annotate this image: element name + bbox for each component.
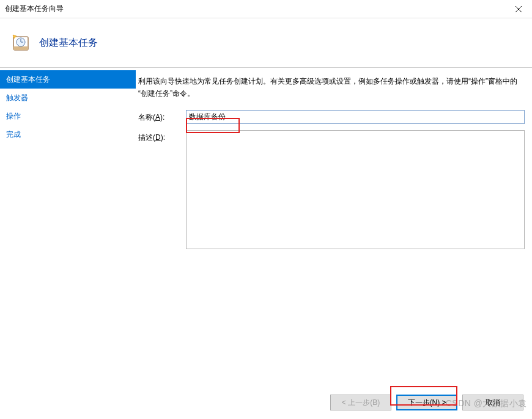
window-title: 创建基本任务向导 [5, 4, 64, 14]
task-wizard-icon [11, 33, 31, 53]
sidebar-item-finish[interactable]: 完成 [0, 125, 136, 144]
titlebar: 创建基本任务向导 [0, 0, 532, 18]
wizard-sidebar: 创建基本任务 触发器 操作 完成 [0, 68, 136, 367]
back-button: < 上一步(B) [330, 395, 391, 410]
content-area: 创建基本任务 触发器 操作 完成 利用该向导快速地为常见任务创建计划。有关更多高… [0, 68, 532, 367]
intro-text: 利用该向导快速地为常见任务创建计划。有关更多高级选项或设置，例如多任务操作或触发… [138, 75, 525, 100]
footer-buttons: < 上一步(B) 下一步(N) > 取消 [330, 395, 523, 410]
name-input[interactable] [186, 110, 525, 124]
sidebar-item-trigger[interactable]: 触发器 [0, 89, 136, 107]
sidebar-item-create-basic-task[interactable]: 创建基本任务 [0, 70, 136, 89]
close-button[interactable] [504, 0, 532, 18]
name-label: 名称(A): [138, 110, 186, 123]
description-label: 描述(D): [138, 130, 186, 143]
svg-rect-3 [13, 46, 28, 50]
name-row: 名称(A): [138, 110, 525, 124]
description-row: 描述(D): [138, 130, 525, 249]
header: 创建基本任务 [0, 18, 532, 67]
main-panel: 利用该向导快速地为常见任务创建计划。有关更多高级选项或设置，例如多任务操作或触发… [136, 68, 532, 367]
cancel-button[interactable]: 取消 [462, 395, 523, 410]
sidebar-item-action[interactable]: 操作 [0, 107, 136, 125]
next-button[interactable]: 下一步(N) > [396, 395, 457, 410]
description-input[interactable] [186, 130, 525, 249]
close-icon [515, 6, 522, 12]
page-title: 创建基本任务 [39, 37, 98, 49]
